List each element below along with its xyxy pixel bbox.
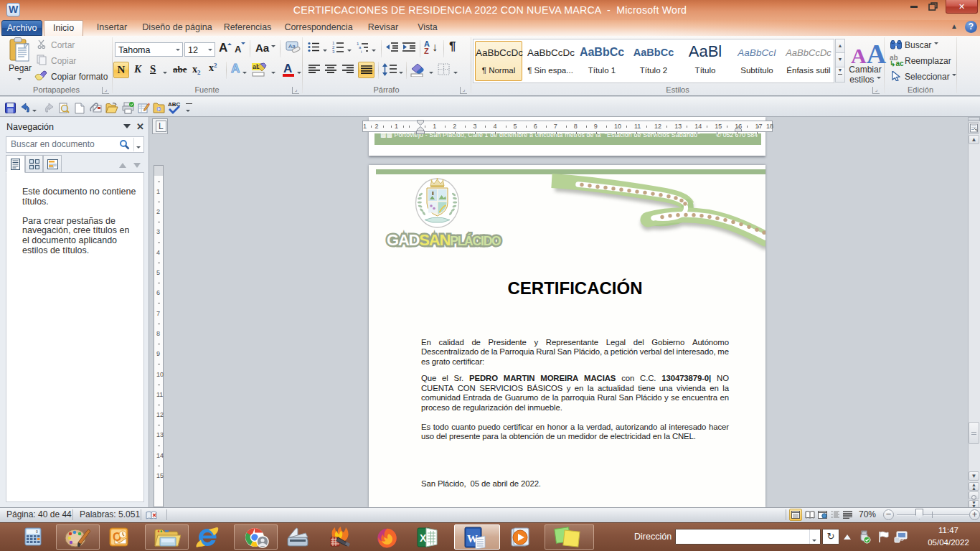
svg-text:i: i xyxy=(361,50,362,53)
svg-text:0: 0 xyxy=(36,529,38,534)
svg-text:X: X xyxy=(420,532,427,544)
svg-text:W: W xyxy=(467,533,478,545)
svg-text:3: 3 xyxy=(332,50,335,53)
